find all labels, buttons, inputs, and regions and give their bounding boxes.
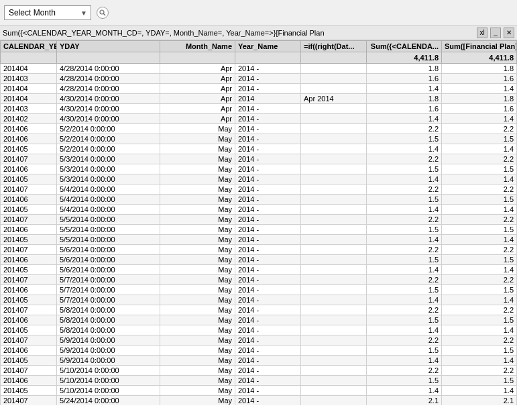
cell-cal_year: 201407 xyxy=(1,154,57,164)
cell-sum_financial: 2.2 xyxy=(442,185,517,195)
cell-sum_financial: 2.2 xyxy=(442,124,517,134)
cell-if_expr xyxy=(301,114,367,124)
cell-if_expr xyxy=(301,275,367,285)
search-icon[interactable] xyxy=(97,7,109,19)
cell-sum_financial: 1.5 xyxy=(442,285,517,295)
cell-sum_calendar: 1.4 xyxy=(367,174,442,185)
cell-month_name: May xyxy=(160,285,235,295)
cell-cal_year: 201404 xyxy=(1,84,57,94)
table-row: 2014065/7/2014 0:00:00May2014 -1.51.5 xyxy=(1,285,517,295)
table-row: 2014065/9/2014 0:00:00May2014 -1.51.5 xyxy=(1,346,517,356)
cell-sum_financial: 1.4 xyxy=(442,386,517,396)
cell-cal_year: 201405 xyxy=(1,265,57,275)
cell-year_name: 2014 - xyxy=(235,376,301,386)
cell-year_name: 2014 - xyxy=(235,295,301,305)
cell-sum_financial: 1.5 xyxy=(442,164,517,174)
cell-year_name: 2014 - xyxy=(235,104,301,114)
cell-sum_financial: 1.5 xyxy=(442,255,517,265)
cell-month_name: May xyxy=(160,215,235,225)
totals-if-expr xyxy=(301,52,367,64)
cell-year_name: 2014 - xyxy=(235,74,301,84)
close-icon[interactable]: ✕ xyxy=(504,28,514,38)
table-row: 2014065/3/2014 0:00:00May2014 -1.51.5 xyxy=(1,164,517,174)
cell-sum_calendar: 1.5 xyxy=(367,285,442,295)
col-header-sum-financial[interactable]: Sum([Financial Plan]... xyxy=(442,41,517,52)
xl-icon[interactable]: xl xyxy=(477,28,487,38)
cell-sum_financial: 1.8 xyxy=(442,94,517,104)
cell-sum_financial: 1.8 xyxy=(442,64,517,74)
cell-month_name: May xyxy=(160,275,235,285)
cell-sum_calendar: 2.2 xyxy=(367,305,442,315)
cell-sum_calendar: 1.5 xyxy=(367,164,442,174)
cell-yday: 5/9/2014 0:00:00 xyxy=(57,346,160,356)
cell-sum_financial: 1.6 xyxy=(442,104,517,114)
cell-cal_year: 201405 xyxy=(1,235,57,245)
cell-if_expr xyxy=(301,154,367,164)
col-header-yday[interactable]: YDAY xyxy=(57,41,160,52)
cell-sum_financial: 1.4 xyxy=(442,265,517,275)
cell-month_name: May xyxy=(160,376,235,386)
cell-sum_calendar: 2.2 xyxy=(367,275,442,285)
totals-sum-calendar: 4,411.8 xyxy=(367,52,442,64)
select-month[interactable]: Select MonthJanuaryFebruaryMarchAprilMay… xyxy=(4,5,91,20)
table-row: 2014044/28/2014 0:00:00Apr2014 -1.41.4 xyxy=(1,84,517,94)
cell-yday: 5/10/2014 0:00:00 xyxy=(57,376,160,386)
col-header-sum-calendar[interactable]: Sum({<CALENDA... xyxy=(367,41,442,52)
cell-sum_calendar: 1.5 xyxy=(367,346,442,356)
cell-sum_financial: 1.4 xyxy=(442,325,517,335)
col-header-if-expr[interactable]: =if((right(Dat... xyxy=(301,41,367,52)
table-row: 2014055/4/2014 0:00:00May2014 -1.41.4 xyxy=(1,205,517,215)
cell-yday: 5/4/2014 0:00:00 xyxy=(57,205,160,215)
cell-month_name: May xyxy=(160,245,235,255)
col-header-year-name[interactable]: Year_Name xyxy=(235,41,301,52)
cell-month_name: Apr xyxy=(160,94,235,104)
cell-if_expr xyxy=(301,386,367,396)
cell-cal_year: 201403 xyxy=(1,104,57,114)
minimize-icon[interactable]: _ xyxy=(490,28,501,38)
cell-cal_year: 201407 xyxy=(1,396,57,406)
table-row: 2014075/10/2014 0:00:00May2014 -2.22.2 xyxy=(1,366,517,376)
cell-sum_financial: 1.4 xyxy=(442,205,517,215)
cell-month_name: May xyxy=(160,346,235,356)
cell-year_name: 2014 - xyxy=(235,396,301,406)
col-header-calendar-year[interactable]: CALENDAR_YE... xyxy=(1,41,57,52)
table-row: 2014075/5/2014 0:00:00May2014 -2.22.2 xyxy=(1,215,517,225)
cell-if_expr xyxy=(301,245,367,255)
cell-if_expr xyxy=(301,134,367,144)
cell-month_name: May xyxy=(160,325,235,335)
cell-yday: 5/6/2014 0:00:00 xyxy=(57,255,160,265)
cell-cal_year: 201404 xyxy=(1,64,57,74)
totals-sum-financial: 4,411.8 xyxy=(442,52,517,64)
cell-if_expr xyxy=(301,305,367,315)
cell-sum_financial: 1.4 xyxy=(442,174,517,185)
cell-yday: 4/30/2014 0:00:00 xyxy=(57,104,160,114)
cell-month_name: May xyxy=(160,335,235,346)
table-row: 2014024/30/2014 0:00:00Apr2014 -1.41.4 xyxy=(1,114,517,124)
cell-year_name: 2014 - xyxy=(235,134,301,144)
cell-if_expr xyxy=(301,205,367,215)
totals-year-name xyxy=(235,52,301,64)
header-icons: xl _ ✕ xyxy=(477,28,514,38)
col-header-month-name[interactable]: Month_Name xyxy=(160,41,235,52)
cell-sum_calendar: 1.5 xyxy=(367,134,442,144)
cell-sum_financial: 1.6 xyxy=(442,74,517,84)
cell-sum_financial: 2.2 xyxy=(442,275,517,285)
table-row: 2014065/8/2014 0:00:00May2014 -1.51.5 xyxy=(1,315,517,325)
cell-year_name: 2014 - xyxy=(235,346,301,356)
cell-sum_financial: 1.4 xyxy=(442,295,517,305)
cell-if_expr xyxy=(301,265,367,275)
cell-year_name: 2014 - xyxy=(235,164,301,174)
cell-sum_financial: 1.4 xyxy=(442,356,517,366)
cell-sum_financial: 1.4 xyxy=(442,84,517,94)
cell-cal_year: 201406 xyxy=(1,346,57,356)
cell-yday: 5/5/2014 0:00:00 xyxy=(57,235,160,245)
table-row: 2014065/4/2014 0:00:00May2014 -1.51.5 xyxy=(1,195,517,205)
cell-if_expr xyxy=(301,235,367,245)
cell-sum_financial: 1.5 xyxy=(442,225,517,235)
cell-yday: 5/10/2014 0:00:00 xyxy=(57,386,160,396)
cell-yday: 5/8/2014 0:00:00 xyxy=(57,305,160,315)
cell-month_name: May xyxy=(160,315,235,325)
cell-month_name: Apr xyxy=(160,114,235,124)
cell-sum_calendar: 1.6 xyxy=(367,104,442,114)
totals-month-name xyxy=(160,52,235,64)
